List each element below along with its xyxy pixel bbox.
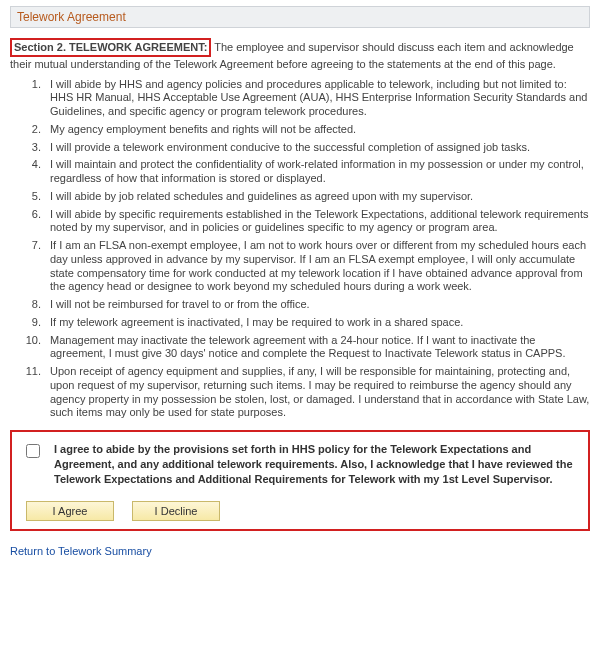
list-item: If I am an FLSA non-exempt employee, I a… (44, 239, 590, 294)
agreement-list: I will abide by HHS and agency policies … (10, 78, 590, 421)
section-title: Section 2. TELEWORK AGREEMENT: (10, 38, 211, 57)
list-item: Upon receipt of agency equipment and sup… (44, 365, 590, 420)
list-item: I will abide by HHS and agency policies … (44, 78, 590, 119)
panel-header: Telework Agreement (10, 6, 590, 28)
list-item: Management may inactivate the telework a… (44, 334, 590, 362)
agree-button[interactable]: I Agree (26, 501, 114, 521)
page: Telework Agreement Section 2. TELEWORK A… (0, 0, 600, 567)
acknowledgement-row: I agree to abide by the provisions set f… (22, 442, 578, 487)
list-item: If my telework agreement is inactivated,… (44, 316, 590, 330)
acknowledgement-text: I agree to abide by the provisions set f… (54, 442, 578, 487)
list-item: I will abide by specific requirements es… (44, 208, 590, 236)
list-item: My agency employment benefits and rights… (44, 123, 590, 137)
acknowledgement-box: I agree to abide by the provisions set f… (10, 430, 590, 531)
return-link[interactable]: Return to Telework Summary (10, 545, 152, 557)
button-row: I Agree I Decline (22, 501, 578, 521)
section-intro: Section 2. TELEWORK AGREEMENT: The emplo… (10, 38, 590, 72)
list-item: I will abide by job related schedules an… (44, 190, 590, 204)
list-item: I will provide a telework environment co… (44, 141, 590, 155)
list-item: I will maintain and protect the confiden… (44, 158, 590, 186)
decline-button[interactable]: I Decline (132, 501, 220, 521)
list-item: I will not be reimbursed for travel to o… (44, 298, 590, 312)
acknowledgement-checkbox[interactable] (26, 444, 40, 458)
section-body: Section 2. TELEWORK AGREEMENT: The emplo… (10, 38, 590, 557)
panel-title: Telework Agreement (17, 10, 126, 24)
